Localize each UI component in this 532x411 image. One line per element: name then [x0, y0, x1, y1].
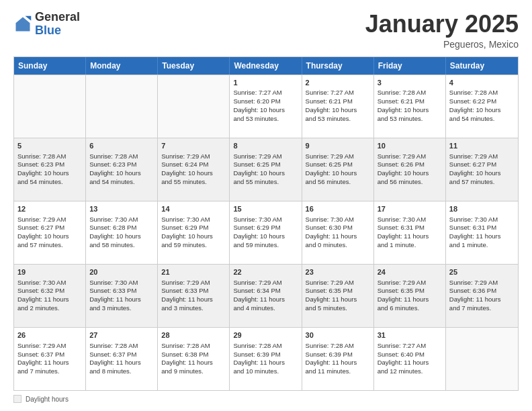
- calendar-header-cell: Tuesday: [158, 57, 230, 75]
- day-info-line: Sunset: 6:33 PM: [89, 287, 154, 295]
- day-info-line: Sunset: 6:21 PM: [306, 97, 370, 106]
- day-info-line: and 54 minutes.: [89, 178, 154, 187]
- day-number: 31: [378, 330, 442, 340]
- day-info-line: and 0 minutes.: [306, 241, 370, 250]
- logo-blue-text: Blue: [35, 24, 61, 37]
- day-number: 20: [89, 267, 154, 277]
- day-info-line: Daylight: 11 hours: [378, 359, 442, 367]
- day-info-line: and 54 minutes.: [449, 115, 515, 124]
- day-info-line: Sunrise: 7:30 AM: [306, 216, 370, 224]
- day-info-line: Sunset: 6:24 PM: [161, 161, 226, 169]
- day-info-line: Daylight: 11 hours: [161, 295, 226, 304]
- calendar-cell: 18Sunrise: 7:30 AMSunset: 6:31 PMDayligh…: [446, 201, 518, 264]
- calendar-cell: [446, 328, 518, 390]
- day-info-line: Sunrise: 7:29 AM: [306, 152, 370, 161]
- day-info-line: Daylight: 10 hours: [89, 169, 154, 178]
- day-info-line: Daylight: 11 hours: [233, 359, 298, 367]
- calendar-cell: 31Sunrise: 7:27 AMSunset: 6:40 PMDayligh…: [374, 328, 446, 390]
- day-info-line: Sunset: 6:25 PM: [233, 161, 298, 169]
- day-number: 2: [306, 78, 370, 88]
- day-info-line: and 1 minute.: [378, 241, 442, 250]
- day-info-line: and 9 minutes.: [161, 367, 226, 376]
- calendar-header-row: SundayMondayTuesdayWednesdayThursdayFrid…: [14, 57, 518, 75]
- day-info-line: and 7 minutes.: [449, 304, 515, 313]
- day-info-line: Sunrise: 7:29 AM: [378, 152, 442, 161]
- calendar-cell: 15Sunrise: 7:30 AMSunset: 6:29 PMDayligh…: [230, 201, 302, 264]
- day-info-line: Daylight: 11 hours: [17, 295, 82, 304]
- day-info-line: Sunrise: 7:30 AM: [449, 216, 515, 224]
- day-number: 24: [378, 267, 442, 277]
- day-info-line: and 3 minutes.: [89, 304, 154, 313]
- day-number: 11: [449, 141, 515, 151]
- day-info-line: Sunrise: 7:27 AM: [306, 89, 370, 97]
- calendar-cell: 29Sunrise: 7:28 AMSunset: 6:39 PMDayligh…: [230, 328, 302, 390]
- day-info-line: Daylight: 10 hours: [306, 106, 370, 115]
- day-info-line: and 3 minutes.: [161, 304, 226, 313]
- day-info-line: Sunset: 6:37 PM: [17, 351, 82, 359]
- calendar-cell: 12Sunrise: 7:29 AMSunset: 6:27 PMDayligh…: [14, 201, 86, 264]
- day-info-line: Daylight: 11 hours: [233, 295, 298, 304]
- calendar-header-cell: Friday: [374, 57, 446, 75]
- day-info-line: Sunset: 6:33 PM: [161, 287, 226, 295]
- day-number: 29: [233, 330, 298, 340]
- day-info-line: Sunrise: 7:30 AM: [378, 216, 442, 224]
- day-info-line: Sunrise: 7:29 AM: [449, 152, 515, 161]
- day-number: 14: [161, 204, 226, 214]
- calendar-cell: [14, 75, 86, 138]
- day-number: 21: [161, 267, 226, 277]
- day-number: 28: [161, 330, 226, 340]
- calendar-header-cell: Thursday: [302, 57, 374, 75]
- day-number: 19: [17, 267, 82, 277]
- day-number: 4: [449, 78, 515, 88]
- calendar-cell: 16Sunrise: 7:30 AMSunset: 6:30 PMDayligh…: [302, 201, 374, 264]
- day-info-line: Daylight: 11 hours: [89, 359, 154, 367]
- calendar-header-cell: Monday: [86, 57, 158, 75]
- calendar-cell: 1Sunrise: 7:27 AMSunset: 6:20 PMDaylight…: [230, 75, 302, 138]
- day-info-line: and 58 minutes.: [89, 241, 154, 250]
- day-info-line: Daylight: 10 hours: [233, 169, 298, 178]
- day-info-line: Sunset: 6:29 PM: [233, 224, 298, 232]
- day-info-line: Sunrise: 7:29 AM: [233, 279, 298, 287]
- day-info-line: Sunset: 6:23 PM: [17, 161, 82, 169]
- day-number: 22: [233, 267, 298, 277]
- day-info-line: Sunset: 6:23 PM: [89, 161, 154, 169]
- day-info-line: and 55 minutes.: [161, 178, 226, 187]
- day-info-line: Sunrise: 7:28 AM: [89, 152, 154, 161]
- day-info-line: Daylight: 10 hours: [449, 106, 515, 115]
- day-info-line: Sunrise: 7:29 AM: [17, 342, 82, 351]
- day-info-line: Sunrise: 7:28 AM: [378, 89, 442, 97]
- day-info-line: and 56 minutes.: [378, 178, 442, 187]
- day-info-line: and 4 minutes.: [233, 304, 298, 313]
- logo-general-text: General: [35, 10, 80, 24]
- day-info-line: Sunset: 6:27 PM: [17, 224, 82, 232]
- day-info-line: Sunset: 6:39 PM: [306, 351, 370, 359]
- day-info-line: Sunrise: 7:28 AM: [233, 342, 298, 351]
- day-info-line: and 10 minutes.: [233, 367, 298, 376]
- day-number: 18: [449, 204, 515, 214]
- day-info-line: and 54 minutes.: [17, 178, 82, 187]
- day-info-line: and 11 minutes.: [306, 367, 370, 376]
- day-number: 23: [306, 267, 370, 277]
- legend-box: [13, 395, 21, 403]
- calendar: SundayMondayTuesdayWednesdayThursdayFrid…: [13, 56, 519, 391]
- calendar-cell: 13Sunrise: 7:30 AMSunset: 6:28 PMDayligh…: [86, 201, 158, 264]
- day-info-line: Sunrise: 7:27 AM: [233, 89, 298, 97]
- day-info-line: Daylight: 11 hours: [89, 295, 154, 304]
- day-info-line: Sunrise: 7:30 AM: [89, 216, 154, 224]
- calendar-header-cell: Saturday: [446, 57, 518, 75]
- calendar-header-cell: Wednesday: [230, 57, 302, 75]
- day-number: 9: [306, 141, 370, 151]
- day-info-line: Sunrise: 7:28 AM: [161, 342, 226, 351]
- day-info-line: Sunrise: 7:28 AM: [306, 342, 370, 351]
- day-number: 13: [89, 204, 154, 214]
- calendar-cell: 5Sunrise: 7:28 AMSunset: 6:23 PMDaylight…: [14, 138, 86, 201]
- day-info-line: Sunrise: 7:27 AM: [378, 342, 442, 351]
- day-info-line: Sunset: 6:30 PM: [306, 224, 370, 232]
- day-info-line: and 8 minutes.: [89, 367, 154, 376]
- day-info-line: Sunset: 6:34 PM: [233, 287, 298, 295]
- svg-marker-0: [16, 17, 30, 31]
- calendar-cell: 6Sunrise: 7:28 AMSunset: 6:23 PMDaylight…: [86, 138, 158, 201]
- legend-label: Daylight hours: [26, 396, 69, 403]
- day-info-line: Sunset: 6:32 PM: [17, 287, 82, 295]
- day-info-line: Daylight: 10 hours: [17, 169, 82, 178]
